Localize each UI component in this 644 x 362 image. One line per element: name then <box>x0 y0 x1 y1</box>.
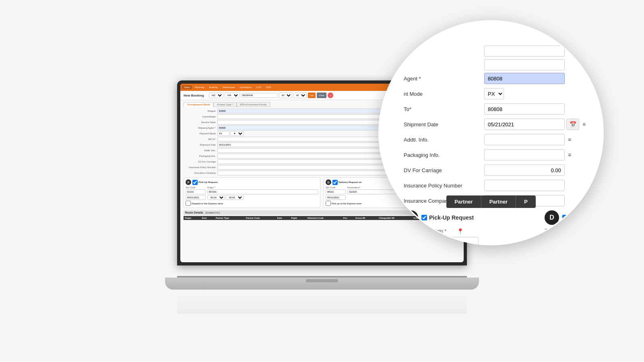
zoom-row-agent: Agent * <box>404 73 604 84</box>
zoom-pickup-title: Pick-Up Request <box>429 214 474 221</box>
delivery-zip-input[interactable] <box>326 189 346 194</box>
zoom-delivery-zip-input[interactable] <box>545 236 577 245</box>
close-button[interactable]: ✕ <box>328 93 333 98</box>
scene: Sales Planning Booking Warehouse Operati… <box>0 0 644 362</box>
tab-epa[interactable]: EPA eCommerce Priority <box>237 102 270 107</box>
delivery-checkbox-label: Delivery Request on <box>332 180 362 185</box>
col-allotment: Allotment Code <box>306 216 342 220</box>
tab-consignment-detail[interactable]: Consignment Detail <box>184 102 213 107</box>
input-payment-mode[interactable] <box>217 131 229 136</box>
zoom-label-insurance-policy: Insurance Policy Number <box>404 183 484 189</box>
delivery-checkbox[interactable] <box>332 180 338 185</box>
zoom-list-icon2: ≡ <box>568 136 571 143</box>
zoom-delivery-title: Deliver <box>570 214 589 221</box>
toolbar-select1[interactable]: AIZ <box>209 93 223 98</box>
zoom-input-packaging[interactable] <box>484 149 565 160</box>
label-payment-mode: Payment Mode <box>184 132 216 135</box>
pickup-sub-form: Zip Code Origin * 00:00 00:00 <box>186 186 318 200</box>
zoom-delivery-zip-input-row <box>545 236 604 245</box>
zoom-pickup-origin-input[interactable] <box>442 237 479 245</box>
zoom-list-icon3: ≡ <box>568 152 571 158</box>
zoom-pickup-check-label: Pick-Up Request <box>421 214 474 221</box>
col-partner-type: Partner Type <box>215 216 245 220</box>
zoom-calendar-icon[interactable]: 📅 <box>566 119 579 130</box>
zoom-row-addtl: Addtl. Info. ≡ <box>404 134 604 145</box>
pickup-title: Pick-Up Request <box>198 181 218 183</box>
nav-warehouse[interactable]: Warehouse <box>221 85 237 89</box>
col-flight: Flight <box>290 216 306 220</box>
zoom-delivery-checkbox[interactable] <box>562 215 568 220</box>
zoom-top-input1[interactable] <box>484 45 565 57</box>
zoom-row-shipment-date: Shipment Date 📅 ≡ <box>404 119 604 130</box>
zoom-input-bill-to[interactable] <box>484 103 565 115</box>
zoom-pickup-inputs-row <box>404 237 541 245</box>
label-addtl-info: Addtl. Info. <box>184 149 216 152</box>
pickup-at-express-checkbox[interactable] <box>326 201 331 206</box>
zoom-pickup-zip-input[interactable] <box>404 237 440 245</box>
clear-button[interactable]: Clear <box>317 93 326 98</box>
col-partner-code: Partner Code <box>245 216 276 220</box>
col-gross-wt: Gross Wt <box>354 216 378 220</box>
nav-sales[interactable]: Sales <box>182 85 192 89</box>
zoom-input-shipment-date[interactable] <box>484 119 565 130</box>
nav-planning[interactable]: Planning <box>193 85 206 89</box>
col-origin: Origin <box>184 216 201 220</box>
toolbar-select3[interactable]: 00 <box>279 93 292 98</box>
zoom-select-payment[interactable]: PXPPCC <box>484 88 504 99</box>
label-shipment-date: Shipment Date <box>184 144 216 146</box>
pickup-origin-input[interactable] <box>207 189 318 194</box>
nav-booking[interactable]: Booking <box>207 85 220 89</box>
zoom-delivery-section: D Deliver Zip Code <box>545 210 604 245</box>
select-payment-mode[interactable]: ▼ <box>230 131 244 136</box>
dispatch-label: Dispatch in the Express store <box>192 202 223 205</box>
label-insurance-company: Insurance Company <box>184 172 216 174</box>
partner-btn-2[interactable]: Partner <box>481 195 516 208</box>
pickup-location-icon: P <box>186 179 191 185</box>
zoom-row-dv: DV For Carriage <box>404 165 604 176</box>
zoom-pickup-zip-label: Zip Code <box>404 228 428 234</box>
nav-uld[interactable]: ULD <box>254 85 263 89</box>
partner-btn-3[interactable]: P <box>516 195 536 208</box>
zoom-pickup-header: P Pick-Up Request <box>404 210 541 225</box>
zoom-row-insurance-policy: Insurance Policy Number <box>404 180 604 191</box>
pickup-zip-label: Zip Code <box>186 186 206 189</box>
zoom-label-dv: DV For Carriage <box>404 167 484 173</box>
dispatch-checkbox[interactable] <box>186 201 191 206</box>
pickup-at-express-label: Pick up at the Express store <box>332 202 362 205</box>
page-title: New Booking <box>184 94 204 97</box>
pickup-time2-select[interactable]: 00:00 <box>226 195 244 200</box>
pickup-section: P Pick-Up Request Zip Code Origin * <box>184 177 320 208</box>
pickup-date-input[interactable] <box>186 195 206 200</box>
toolbar-select2[interactable]: AIR <box>225 93 239 98</box>
zoom-input-dv[interactable] <box>484 165 565 176</box>
nav-operations[interactable]: Operations <box>238 85 254 89</box>
zoom-input-agent[interactable] <box>484 73 565 84</box>
pickup-time1-select[interactable]: 00:00 <box>207 195 225 200</box>
zoom-input-insurance-policy[interactable] <box>484 180 565 191</box>
pickup-checkbox[interactable] <box>192 180 198 185</box>
zoom-pin-icon: 📍 <box>457 228 464 234</box>
zoom-label-packaging: Packaging Info. <box>404 152 484 158</box>
zoom-pickup-checkbox[interactable] <box>421 215 427 220</box>
zoom-label-agent: Agent * <box>404 76 484 82</box>
toolbar-select4[interactable]: 00 <box>293 93 307 98</box>
pickup-zip-input[interactable] <box>186 189 206 194</box>
delivery-date-input[interactable] <box>326 195 346 200</box>
col-pcs: Pcs <box>342 216 354 220</box>
list-button[interactable]: List <box>308 93 316 98</box>
zoom-input-addtl[interactable] <box>484 134 565 145</box>
nav-dsd[interactable]: DSD <box>264 85 273 89</box>
toolbar-input[interactable] <box>241 93 278 98</box>
zoom-label-payment: nt Mode <box>404 91 484 97</box>
pickup-header: P Pick-Up Request <box>186 179 318 185</box>
label-service-taker: Service Taker <box>184 121 216 123</box>
tab-product-type[interactable]: Product Type * <box>213 102 236 107</box>
laptop-base <box>165 278 479 290</box>
zoom-delivery-zip-row: Zip Code <box>545 228 604 234</box>
partner-btn-1[interactable]: Partner <box>446 195 481 208</box>
zoom-delivery-zip-label: Zip Code <box>545 228 569 234</box>
zoom-top-input2[interactable] <box>484 59 565 70</box>
zoom-delivery-check-label: Deliver <box>562 214 589 221</box>
pickup-checkbox-label: Pick-Up Request <box>192 180 218 185</box>
col-dest: Dest <box>201 216 215 220</box>
